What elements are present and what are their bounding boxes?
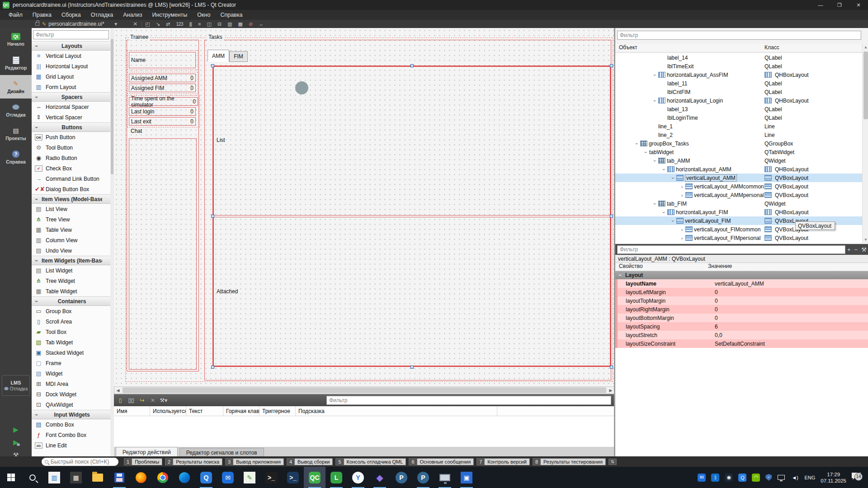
object-inspector-filter-input[interactable]: Фильтр — [617, 31, 861, 40]
chevron-down-icon[interactable]: › — [661, 166, 667, 173]
output-pane-5[interactable]: 5Консоль отладчика QML — [335, 458, 406, 465]
output-pane-6[interactable]: 6Основные сообщения — [409, 458, 474, 465]
output-pane-4[interactable]: 4Вывод сборки — [287, 458, 333, 465]
tree-row-groupBox_Tasks[interactable]: ›groupBox_TasksQGroupBox — [615, 139, 862, 148]
output-pane-1[interactable]: 1Проблемы — [124, 458, 162, 465]
chevron-down-icon[interactable]: › — [670, 217, 676, 224]
search-icon[interactable] — [22, 467, 43, 488]
widget-box-item[interactable]: ƒFont Combo Box — [32, 430, 110, 440]
new-action-icon[interactable]: ▯ — [116, 396, 125, 405]
property-row-layoutTopMargin[interactable]: layoutTopMargin0 — [615, 296, 868, 305]
firefox-icon[interactable] — [130, 467, 152, 488]
mode-design[interactable]: ✎Дизайн — [0, 75, 32, 99]
scroll-down-icon[interactable]: ▼ — [863, 237, 868, 243]
widget-box-item[interactable]: ▤Combo Box — [32, 419, 110, 430]
action-column-6[interactable]: Подсказка — [296, 406, 497, 416]
layout-splitter-vertical-icon[interactable]: ⊟ — [214, 21, 224, 27]
scroll-left-icon[interactable]: ◀ — [114, 388, 122, 393]
selection-handle[interactable] — [610, 64, 613, 67]
widget-box-item[interactable]: ▦Table Widget — [32, 286, 110, 296]
tree-row-line_1[interactable]: line_1Line — [615, 122, 862, 131]
output-pane-2[interactable]: 2Результаты поиска — [165, 458, 222, 465]
adjust-size-icon[interactable]: ↔ — [255, 21, 266, 27]
break-layout-icon[interactable]: ⊘ — [245, 21, 255, 27]
remote-window-icon[interactable]: ▣ — [456, 467, 477, 488]
amm-personal-layout-box[interactable] — [213, 217, 610, 366]
notification-center-button[interactable]: 14 — [852, 473, 863, 483]
tree-row-verticalLayout_FIMpersonal[interactable]: ›verticalLayout_FIMpersonalQVBoxLayout — [615, 234, 862, 242]
copy-action-icon[interactable]: ▯▯ — [127, 396, 136, 405]
layout-vertical-icon[interactable]: ≡ — [195, 21, 203, 27]
slides-app-icon[interactable]: ▥ — [43, 467, 65, 488]
widget-box-item[interactable]: ▥Form Layout — [32, 82, 110, 92]
backup-app-icon[interactable] — [108, 467, 130, 488]
tree-row-horizontalLayout_Login[interactable]: ›horizontalLayout_LoginQHBoxLayout — [615, 96, 862, 105]
edit-tab-order-icon[interactable]: 123 — [173, 21, 186, 27]
tab-amm[interactable]: AMM — [208, 50, 229, 62]
widget-box-item[interactable]: ▦Table View — [32, 225, 110, 235]
add-property-icon[interactable]: + — [845, 246, 853, 253]
maximize-button[interactable]: ❐ — [830, 0, 849, 10]
chevron-down-icon[interactable]: › — [634, 140, 640, 147]
chevron-down-icon[interactable]: › — [652, 200, 658, 207]
action-column-4[interactable]: Горячая клавиш — [223, 406, 259, 416]
q-app-icon[interactable]: Q — [195, 467, 217, 488]
menu-item-Окно[interactable]: Окно — [192, 11, 215, 19]
chat-area[interactable] — [129, 138, 197, 370]
tree-row-tabWidget[interactable]: ›tabWidgetQTabWidget — [615, 148, 862, 156]
widget-box-category[interactable]: ›Input Widgets — [32, 410, 110, 419]
obsidian-icon[interactable]: ◆ — [369, 467, 391, 488]
chevron-down-icon[interactable]: › — [670, 174, 676, 181]
paste-action-icon[interactable]: ↪ — [137, 396, 146, 405]
powershell-icon[interactable]: >_ — [282, 467, 304, 488]
edit-signals-slots-icon[interactable]: ↘ — [153, 21, 163, 27]
name-row[interactable]: Name — [129, 52, 196, 68]
tree-row-horizontalLayout_FIM[interactable]: ›horizontalLayout_FIMQHBoxLayout — [615, 208, 862, 216]
notepad-app-icon[interactable]: ✎ — [239, 467, 260, 488]
selection-handle[interactable] — [211, 215, 214, 218]
document-dropdown-icon[interactable]: ▾ — [112, 21, 129, 27]
widget-box-item[interactable]: ▥Column View — [32, 235, 110, 245]
layout-form-icon[interactable]: ▥ — [224, 21, 235, 27]
action-column-5[interactable]: Триггерное — [259, 406, 296, 416]
widget-box-scrollbar[interactable] — [110, 28, 114, 456]
scroll-up-icon[interactable]: ▲ — [863, 44, 868, 51]
menu-item-Файл[interactable]: Файл — [4, 11, 28, 19]
layout-horizontal-icon[interactable]: ||| — [186, 21, 195, 27]
tab-Редактор-действий[interactable]: Редактор действий — [116, 447, 178, 457]
output-pane-arrows[interactable]: ⇅ — [609, 459, 617, 465]
tray-network-icon[interactable] — [777, 474, 785, 482]
output-pane-7[interactable]: 7Контроль версий — [476, 458, 530, 465]
clock[interactable]: 17:29 07.11.2025 — [821, 471, 846, 484]
tray-steam-icon[interactable]: ◉ — [725, 474, 733, 482]
chevron-right-icon[interactable]: › — [679, 235, 685, 241]
tree-row-label_14[interactable]: label_14QLabel — [615, 53, 862, 62]
chevron-down-icon[interactable]: › — [652, 71, 658, 78]
selection-handle[interactable] — [410, 366, 414, 369]
file-explorer-icon[interactable] — [87, 467, 108, 488]
kit-selector[interactable]: LMS Отладка — [2, 375, 30, 396]
tray-volume-icon[interactable]: ◄) — [791, 474, 799, 482]
tree-row-tab_FIM[interactable]: ›tab_FIMQWidget — [615, 199, 862, 208]
form-editor-canvas[interactable]: Trainee Name Assigned AMM0Assigned FIM0T… — [114, 28, 615, 386]
tab-fim[interactable]: FIM — [229, 51, 248, 62]
tree-row-lblTimeExit[interactable]: lblTimeExitQLabel — [615, 62, 862, 70]
tree-row-horizontalLayout_AMM[interactable]: ›horizontalLayout_AMMQHBoxLayout — [615, 165, 862, 174]
tree-row-line_2[interactable]: line_2Line — [615, 131, 862, 139]
widget-box-category[interactable]: ›Spacers — [32, 92, 110, 102]
delete-action-icon[interactable]: ✕ — [148, 396, 157, 405]
widget-box-item[interactable]: OKPush Button — [32, 132, 110, 142]
widget-box-item[interactable]: ▢Frame — [32, 358, 110, 368]
object-tree-scrollbar[interactable]: ▲ ▼ — [862, 44, 868, 243]
output-pane-8[interactable]: 8Результаты тестирования — [533, 458, 606, 465]
widget-box-item[interactable]: ✔✘Dialog Button Box — [32, 184, 110, 194]
widget-box-item[interactable]: ⋔Tree Widget — [32, 276, 110, 286]
selection-handle[interactable] — [610, 366, 613, 369]
property-row-layoutName[interactable]: layoutNameverticalLayout_AMM — [615, 279, 868, 288]
scroll-right-icon[interactable]: ▶ — [607, 388, 614, 393]
tree-row-lblCntFIM[interactable]: lblCntFIMQLabel — [615, 88, 862, 96]
tree-row-lblLoginTime[interactable]: lblLoginTimeQLabel — [615, 113, 862, 122]
widget-box-item[interactable]: ◉Radio Button — [32, 153, 110, 163]
lms-app-icon[interactable]: L — [326, 467, 347, 488]
remove-property-icon[interactable]: − — [853, 246, 860, 253]
